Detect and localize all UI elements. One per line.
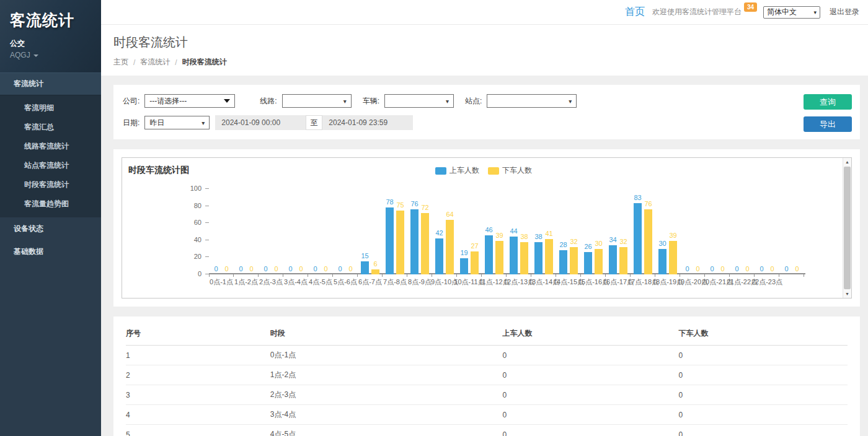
chevron-down-icon: ▾ <box>813 9 817 15</box>
date-start-input[interactable]: 2024-01-09 00:00 <box>215 115 306 130</box>
x-axis-tick-label: 4点-5点 <box>308 274 333 287</box>
bar-value-label: 0 <box>685 265 689 272</box>
scroll-up-arrow-icon[interactable]: ▲ <box>843 160 851 164</box>
bar-value-label: 0 <box>224 265 228 272</box>
bar-value-label: 0 <box>735 265 738 272</box>
line-select[interactable]: ▾ <box>282 94 352 108</box>
bar-上车人数: 34 <box>609 245 617 274</box>
nav-home-link[interactable]: 首页 <box>625 6 645 19</box>
scroll-down-arrow-icon[interactable]: ▼ <box>843 292 851 296</box>
table-row: 21点-2点00 <box>126 365 848 385</box>
sidebar-item-客流量趋势图[interactable]: 客流量趋势图 <box>0 194 101 214</box>
org-code-dropdown[interactable]: AQGJ <box>10 51 91 59</box>
table-cell: 4点-5点 <box>270 425 503 436</box>
bar-value-label: 72 <box>421 204 428 211</box>
scrollbar-thumb[interactable] <box>844 167 851 289</box>
sidebar-item-客流明细[interactable]: 客流明细 <box>0 98 101 118</box>
chart-category-group: 156 <box>358 189 383 274</box>
bar-value-label: 19 <box>460 249 467 256</box>
bar-value-label: 0 <box>745 265 749 272</box>
table-cell: 0 <box>679 425 848 436</box>
chevron-down-icon: ▾ <box>569 98 572 105</box>
company-label: 公司: <box>123 96 140 107</box>
sidebar-item-线路客流统计[interactable]: 线路客流统计 <box>0 137 101 156</box>
chart-category-group: 3841 <box>531 189 556 274</box>
chevron-down-icon <box>33 54 38 57</box>
action-buttons: 查询 导出 <box>804 94 852 132</box>
bar-value-label: 6 <box>373 260 377 268</box>
bar-上车人数: 44 <box>510 237 518 274</box>
bar-value-label: 34 <box>609 236 616 243</box>
bar-下车人数: 32 <box>619 247 627 274</box>
company-select-value: ---请选择--- <box>149 96 187 107</box>
table-cell: 0 <box>679 405 848 425</box>
table-panel: 序号时段上车人数下车人数 10点-1点0021点-2点0032点-3点0043点… <box>113 316 860 436</box>
chart-category-group: 00 <box>333 189 358 274</box>
sidebar-item-设备状态[interactable]: 设备状态 <box>0 217 101 240</box>
sidebar-header: 客流统计 公交 AQGJ <box>0 0 101 72</box>
bar-value-label: 39 <box>495 232 503 239</box>
bar-下车人数: 30 <box>595 249 603 274</box>
x-axis-tick-label: 9点-10点 <box>432 274 457 287</box>
chart-vertical-scrollbar[interactable]: ▲ ▼ <box>843 158 851 298</box>
breadcrumb: 主页 / 客流统计 / 时段客流统计 <box>113 57 868 68</box>
bar-value-label: 0 <box>760 265 763 272</box>
breadcrumb-parent[interactable]: 客流统计 <box>140 57 170 68</box>
triangle-down-icon <box>224 99 230 103</box>
station-select[interactable]: ▾ <box>487 94 577 108</box>
legend-item-上车人数[interactable]: 上车人数 <box>435 165 479 176</box>
bar-下车人数: 6 <box>371 269 379 274</box>
top-navbar: 首页 欢迎使用客流统计管理平台 34 简体中文 ▾ 退出登录 <box>101 0 868 25</box>
y-axis-tick-label: 40 <box>194 237 202 243</box>
bar-value-label: 0 <box>288 265 292 272</box>
sidebar: 客流统计 公交 AQGJ 客流统计客流明细客流汇总线路客流统计站点客流统计时段客… <box>0 0 101 436</box>
bar-value-label: 0 <box>770 265 774 272</box>
table-cell: 0 <box>503 405 679 425</box>
date-end-input[interactable]: 2024-01-09 23:59 <box>322 115 413 130</box>
query-button[interactable]: 查询 <box>804 94 852 110</box>
vehicle-select[interactable]: ▾ <box>384 94 454 108</box>
chart-category-group: 00 <box>308 189 333 274</box>
bar-value-label: 44 <box>510 227 517 235</box>
y-axis-tick-label: 0 <box>198 271 202 277</box>
table-cell: 0 <box>679 365 848 385</box>
sidebar-item-基础数据[interactable]: 基础数据 <box>0 240 101 263</box>
date-preset-select[interactable]: 昨日 ▾ <box>144 116 210 129</box>
sidebar-submenu: 客流明细客流汇总线路客流统计站点客流统计时段客流统计客流量趋势图 <box>0 95 101 217</box>
bar-value-label: 46 <box>485 226 492 233</box>
bar-value-label: 0 <box>720 265 724 272</box>
app-title: 客流统计 <box>10 10 91 30</box>
bar-上车人数: 76 <box>410 209 418 274</box>
table-cell: 3 <box>126 385 270 405</box>
chart-category-group: 7875 <box>383 189 407 274</box>
table-row: 54点-5点00 <box>126 425 848 436</box>
language-select[interactable]: 简体中文 ▾ <box>763 6 820 19</box>
table-body: 10点-1点0021点-2点0032点-3点0043点-4点0054点-5点00… <box>126 346 848 436</box>
notification-badge[interactable]: 34 <box>744 2 757 12</box>
bar-上车人数: 19 <box>460 258 468 274</box>
sidebar-item-站点客流统计[interactable]: 站点客流统计 <box>0 156 101 175</box>
table-cell: 0 <box>503 385 679 405</box>
bar-下车人数: 72 <box>421 213 429 274</box>
x-axis-tick-label: 22点-23点 <box>755 274 779 287</box>
chart-category-group: 00 <box>730 189 755 274</box>
chart-category-group: 1927 <box>457 189 482 274</box>
legend-item-下车人数[interactable]: 下车人数 <box>488 165 532 176</box>
chart-bars: 0000000000001567875767242641927463944383… <box>209 189 805 274</box>
sidebar-menu: 客流统计客流明细客流汇总线路客流统计站点客流统计时段客流统计客流量趋势图设备状态… <box>0 72 101 263</box>
bar-上车人数: 42 <box>435 238 443 274</box>
content-area: 公司: ---请选择--- 线路: ▾ 车辆: ▾ 站点: <box>101 76 868 436</box>
company-select[interactable]: ---请选择--- <box>144 94 235 108</box>
date-label: 日期: <box>123 118 140 128</box>
bar-value-label: 27 <box>471 242 478 250</box>
sidebar-section-客流统计[interactable]: 客流统计 <box>0 72 101 95</box>
chart-category-group: 2630 <box>581 189 606 274</box>
export-button[interactable]: 导出 <box>804 116 852 132</box>
breadcrumb-home[interactable]: 主页 <box>113 57 128 68</box>
bar-下车人数: 27 <box>471 251 479 274</box>
sidebar-item-时段客流统计[interactable]: 时段客流统计 <box>0 175 101 194</box>
logout-link[interactable]: 退出登录 <box>830 7 859 17</box>
sidebar-item-客流汇总[interactable]: 客流汇总 <box>0 118 101 137</box>
bar-value-label: 15 <box>361 252 368 259</box>
station-label: 站点: <box>465 96 482 107</box>
